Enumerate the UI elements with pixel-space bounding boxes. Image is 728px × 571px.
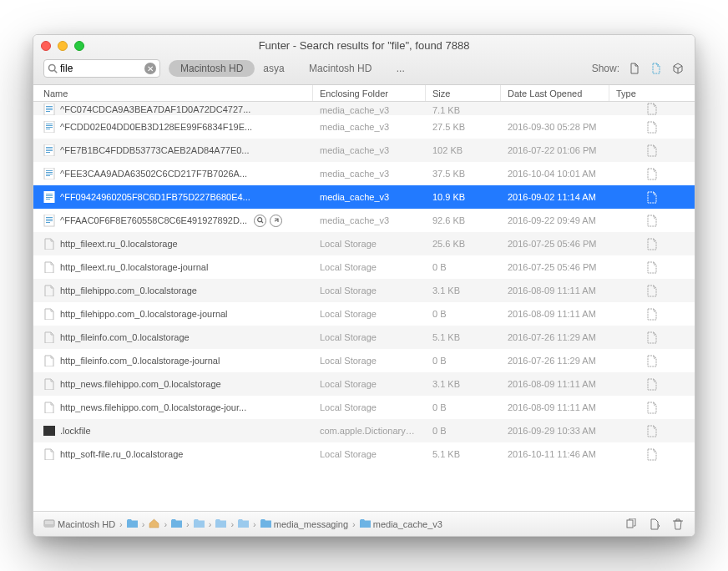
table-row[interactable]: ^FF09424960205F8C6D1FB75D227B680E4... me… (33, 185, 695, 209)
file-name: http_filehippo.com_0.localstorage (60, 286, 197, 296)
svg-rect-27 (46, 217, 53, 218)
breadcrumb-actions (624, 518, 685, 531)
copy-icon[interactable] (624, 518, 638, 531)
col-type[interactable]: Type (609, 85, 695, 101)
breadcrumb-item[interactable] (127, 519, 138, 529)
breadcrumb-item[interactable] (171, 519, 182, 529)
table-row[interactable]: ^FEE3CAA9ADA63502C6CD217F7B7026A... medi… (33, 162, 695, 185)
cell-date: 2016-07-26 11:29 AM (501, 332, 609, 342)
cell-folder: media_cache_v3 (313, 145, 426, 155)
file-list[interactable]: ^FC074CDCA9A3BEA7DAF1D0A72DC4727... medi… (33, 102, 695, 511)
cell-name: http_fileinfo.com_0.localstorage (33, 331, 313, 343)
table-row[interactable]: http_news.filehippo.com_0.localstorage-j… (33, 396, 695, 419)
reveal-icon[interactable] (648, 518, 661, 531)
cell-type (609, 144, 695, 157)
table-row[interactable]: ^FE7B1BC4FDDB53773CAEB2AD84A77E0... medi… (33, 139, 695, 162)
table-row[interactable]: http_fileext.ru_0.localstorage Local Sto… (33, 232, 695, 255)
file-name: http_soft-file.ru_0.localstorage (60, 449, 183, 459)
svg-rect-28 (46, 219, 53, 220)
cell-folder: com.apple.DictionaryS... (313, 426, 426, 436)
svg-rect-34 (44, 524, 54, 527)
breadcrumb-item[interactable]: Macintosh HD (43, 518, 115, 530)
col-name[interactable]: Name (33, 85, 313, 101)
cell-folder: media_cache_v3 (313, 192, 426, 202)
file-icon (43, 402, 55, 413)
cell-folder: Local Storage (313, 379, 426, 389)
crumb-item[interactable]: ... (397, 63, 405, 74)
scope-pill[interactable]: Macintosh HD (169, 60, 255, 77)
breadcrumb-item[interactable] (194, 519, 205, 529)
col-folder[interactable]: Enclosing Folder (313, 85, 426, 101)
table-row[interactable]: http_fileinfo.com_0.localstorage Local S… (33, 326, 695, 349)
share-icon[interactable] (270, 215, 282, 227)
table-row[interactable]: ^FFAAC0F6F8E760558C8C6E491927892D... med… (33, 209, 695, 232)
table-row[interactable]: http_soft-file.ru_0.localstorage Local S… (33, 442, 695, 466)
cell-name: http_filehippo.com_0.localstorage-journa… (33, 308, 313, 320)
cell-size: 5.1 KB (426, 449, 501, 459)
table-row[interactable]: http_filehippo.com_0.localstorage-journa… (33, 302, 695, 326)
breadcrumb-item[interactable] (149, 518, 159, 530)
table-row[interactable]: http_news.filehippo.com_0.localstorage L… (33, 372, 695, 396)
table-row[interactable]: http_filehippo.com_0.localstorage Local … (33, 279, 695, 302)
cell-date: 2016-10-11 11:46 AM (501, 449, 609, 459)
cell-folder: Local Storage (313, 356, 426, 366)
cell-date: 2016-07-25 05:46 PM (501, 239, 609, 249)
file-name: ^FCDD02E04DD0EB3D128EE99F6834F19E... (60, 122, 252, 132)
svg-rect-14 (46, 150, 53, 151)
col-date[interactable]: Date Last Opened (501, 85, 609, 101)
cell-name: http_filehippo.com_0.localstorage (33, 285, 313, 296)
table-row[interactable]: http_fileext.ru_0.localstorage-journal L… (33, 255, 695, 279)
cell-size: 0 B (426, 402, 501, 412)
table-row[interactable]: .lockfile com.apple.DictionaryS... 0 B 2… (33, 419, 695, 442)
svg-rect-15 (46, 152, 50, 153)
svg-rect-4 (46, 109, 53, 110)
clear-search-button[interactable]: ✕ (144, 63, 156, 74)
breadcrumb-item[interactable] (238, 519, 249, 529)
breadcrumb-item[interactable]: media_messaging (260, 519, 348, 529)
cell-size: 5.1 KB (426, 332, 501, 342)
reveal-icon[interactable] (254, 215, 266, 227)
cell-type (609, 448, 695, 461)
show-hidden-icon[interactable] (650, 62, 663, 75)
crumb-item[interactable]: asya (263, 63, 284, 74)
breadcrumb-item[interactable]: media_cache_v3 (360, 519, 442, 529)
cell-size: 0 B (426, 356, 501, 366)
show-packages-icon[interactable] (671, 62, 685, 75)
cell-name: http_fileext.ru_0.localstorage-journal (33, 261, 313, 273)
trash-icon[interactable] (671, 518, 685, 531)
file-icon (43, 144, 55, 156)
svg-rect-13 (46, 149, 53, 149)
search-input[interactable] (60, 63, 144, 74)
folder-icon (43, 518, 55, 530)
cell-folder: media_cache_v3 (313, 122, 426, 132)
file-name: http_filehippo.com_0.localstorage-journa… (60, 309, 228, 319)
cell-name: ^FEE3CAA9ADA63502C6CD217F7B7026A... (33, 168, 313, 179)
toolbar-crumbs: asya Macintosh HD ... (263, 63, 426, 74)
cell-folder: Local Storage (313, 286, 426, 296)
cell-size: 102 KB (426, 145, 501, 155)
cell-folder: Local Storage (313, 402, 426, 412)
cell-size: 92.6 KB (426, 215, 501, 225)
file-name: http_fileext.ru_0.localstorage (60, 239, 178, 249)
table-row[interactable]: ^FCDD02E04DD0EB3D128EE99F6834F19E... med… (33, 115, 695, 139)
breadcrumb-item[interactable] (215, 519, 226, 529)
cell-type (609, 191, 695, 204)
table-row[interactable]: http_fileinfo.com_0.localstorage-journal… (33, 349, 695, 372)
crumb-item[interactable]: Macintosh HD (309, 63, 372, 74)
file-icon (43, 104, 55, 115)
table-row[interactable]: ^FC074CDCA9A3BEA7DAF1D0A72DC4727... medi… (33, 102, 695, 115)
file-name: .lockfile (60, 426, 91, 436)
cell-date: 2016-07-26 11:29 AM (501, 356, 609, 366)
show-files-icon[interactable] (628, 62, 641, 75)
svg-rect-10 (46, 129, 50, 129)
cell-size: 0 B (426, 426, 501, 436)
cell-type (609, 103, 695, 115)
cell-date: 2016-07-22 01:06 PM (501, 145, 609, 155)
cell-folder: media_cache_v3 (313, 105, 426, 115)
svg-rect-32 (43, 426, 55, 436)
file-name: http_fileext.ru_0.localstorage-journal (60, 262, 208, 272)
folder-icon (215, 519, 226, 529)
breadcrumb-sep: › (142, 519, 145, 529)
col-size[interactable]: Size (426, 85, 501, 101)
cell-size: 3.1 KB (426, 379, 501, 389)
